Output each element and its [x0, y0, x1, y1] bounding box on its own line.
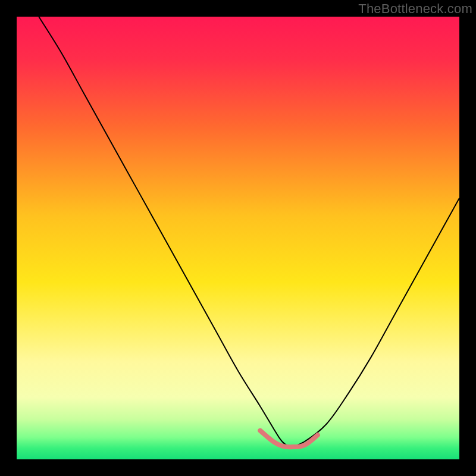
chart-frame: TheBottleneck.com — [0, 0, 476, 476]
watermark-text: TheBottleneck.com — [358, 1, 472, 17]
gradient-background — [17, 17, 459, 459]
plot-area — [17, 17, 459, 459]
chart-svg — [17, 17, 459, 459]
